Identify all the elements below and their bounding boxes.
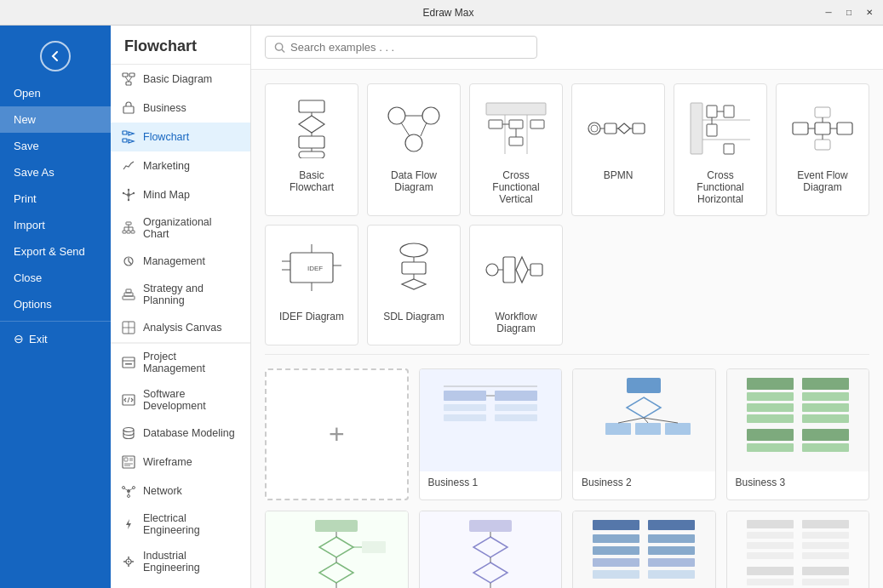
svg-rect-1 [129, 73, 135, 77]
svg-rect-110 [633, 123, 645, 134]
svg-point-83 [275, 43, 282, 49]
sidebar-item-options[interactable]: Options [0, 291, 111, 317]
sub-sidebar-item-management[interactable]: Management [111, 247, 250, 276]
svg-point-92 [388, 107, 405, 124]
svg-rect-216 [802, 567, 849, 575]
svg-rect-22 [131, 231, 135, 233]
svg-line-53 [124, 488, 127, 490]
sub-sidebar-item-mindmap[interactable]: Mind Map [111, 180, 250, 209]
svg-point-58 [128, 561, 129, 562]
template-event-flow[interactable]: Event Flow Diagram [776, 83, 869, 216]
svg-rect-87 [299, 136, 324, 148]
template-business-4[interactable]: Business 4 [265, 511, 409, 588]
sub-sidebar-item-basic-diagram[interactable]: Basic Diagram [111, 65, 250, 94]
svg-line-54 [130, 488, 133, 490]
cross-functional-h-preview [686, 99, 754, 158]
template-business-5[interactable]: Business 5 [419, 511, 563, 588]
new-blank-card[interactable]: + [265, 368, 409, 500]
svg-rect-127 [815, 107, 830, 117]
svg-rect-120 [707, 124, 717, 136]
industrial-icon [121, 554, 136, 569]
svg-rect-104 [509, 137, 523, 146]
sub-sidebar-label: Marketing [143, 160, 190, 172]
template-basic-flowchart[interactable]: Basic Flowchart [265, 83, 358, 216]
svg-line-30 [129, 261, 131, 264]
sub-sidebar-item-software[interactable]: Software Development [111, 381, 250, 419]
sub-sidebar-item-strategy[interactable]: Strategy and Planning [111, 276, 250, 313]
sub-sidebar-item-wireframe[interactable]: Wireframe [111, 448, 250, 477]
search-input[interactable] [290, 41, 528, 54]
sub-sidebar-item-analysis[interactable]: Analysis Canvas [111, 313, 250, 342]
svg-rect-21 [127, 231, 130, 233]
business6-preview [588, 516, 699, 588]
svg-rect-205 [648, 570, 695, 579]
sidebar-item-save[interactable]: Save [0, 133, 111, 159]
sub-sidebar-item-database[interactable]: Database Modeling [111, 419, 250, 448]
template-sdl[interactable]: SDL Diagram [367, 225, 461, 345]
sub-sidebar-item-marketing[interactable]: Marketing [111, 151, 250, 180]
sub-sidebar-item-network[interactable]: Network [111, 477, 250, 505]
sidebar-item-print[interactable]: Print [0, 186, 111, 212]
template-cross-functional-v[interactable]: Cross Functional Vertical [469, 83, 563, 216]
template-label: Workflow Diagram [480, 311, 552, 334]
svg-rect-155 [444, 414, 486, 421]
sub-sidebar-item-project[interactable]: Project Management [111, 344, 250, 381]
sidebar-divider [0, 321, 111, 322]
svg-point-16 [128, 199, 129, 201]
sub-sidebar-item-orgchart[interactable]: Organizational Chart [111, 209, 250, 247]
sub-sidebar-item-building[interactable]: Building Plan [111, 580, 250, 588]
template-label: Cross Functional Vertical [480, 169, 552, 205]
template-cross-functional-h[interactable]: Cross Functional Horizontal [674, 83, 767, 216]
svg-marker-142 [402, 279, 426, 289]
svg-rect-5 [123, 106, 134, 113]
sidebar-item-close[interactable]: Close [0, 265, 111, 291]
svg-rect-31 [123, 296, 135, 300]
maximize-button[interactable]: □ [842, 6, 856, 20]
template-data-flow[interactable]: Data Flow Diagram [367, 83, 461, 216]
svg-line-3 [125, 77, 129, 82]
template-business-3[interactable]: Business 3 [726, 368, 870, 500]
sidebar-item-open[interactable]: Open [0, 80, 111, 106]
sidebar-item-import[interactable]: Import [0, 212, 111, 238]
sub-sidebar-item-electrical[interactable]: Electrical Engineering [111, 505, 250, 543]
sub-sidebar-label: Database Modeling [143, 427, 235, 439]
svg-rect-162 [605, 423, 631, 435]
svg-rect-124 [793, 123, 808, 134]
svg-rect-209 [747, 552, 794, 559]
template-business-2[interactable]: Business 2 [572, 368, 716, 500]
svg-rect-0 [123, 73, 128, 77]
minimize-button[interactable]: ─ [822, 6, 835, 20]
sidebar-item-export[interactable]: Export & Send [0, 238, 111, 265]
back-section [0, 32, 111, 80]
svg-point-10 [127, 193, 130, 197]
svg-marker-56 [126, 519, 131, 529]
back-button[interactable] [40, 41, 71, 71]
svg-rect-156 [495, 391, 537, 401]
svg-point-94 [405, 134, 422, 151]
electrical-icon [121, 517, 136, 532]
svg-rect-176 [747, 429, 794, 441]
svg-rect-101 [489, 120, 502, 128]
sidebar-item-new[interactable]: New [0, 106, 111, 133]
svg-rect-118 [707, 106, 717, 117]
template-bpmn[interactable]: BPMN [571, 83, 665, 216]
svg-rect-173 [802, 392, 849, 401]
sub-sidebar-item-business[interactable]: Business [111, 94, 250, 123]
idef-preview: IDEF [278, 240, 346, 300]
template-business-6[interactable]: Business 6 [572, 511, 716, 588]
sub-sidebar-item-industrial[interactable]: Industrial Engineering [111, 543, 250, 580]
network-icon [121, 483, 136, 499]
template-business-1[interactable]: Business 1 [419, 368, 563, 500]
cross-functional-v-preview [482, 99, 550, 158]
template-business-7[interactable]: Business 7 [726, 511, 870, 588]
sidebar-item-exit[interactable]: ⊖ Exit [0, 325, 111, 352]
template-idef[interactable]: IDEF IDEF Diagram [265, 225, 358, 345]
bpmn-preview [584, 99, 652, 158]
close-button[interactable]: ✕ [863, 6, 876, 20]
svg-rect-19 [126, 222, 131, 225]
sub-sidebar-label: Strategy and Planning [143, 283, 240, 306]
svg-rect-174 [802, 403, 849, 412]
sidebar-item-saveas[interactable]: Save As [0, 159, 111, 186]
sub-sidebar-item-flowchart[interactable]: Flowchart [111, 123, 250, 151]
template-workflow[interactable]: Workflow Diagram [469, 225, 563, 345]
